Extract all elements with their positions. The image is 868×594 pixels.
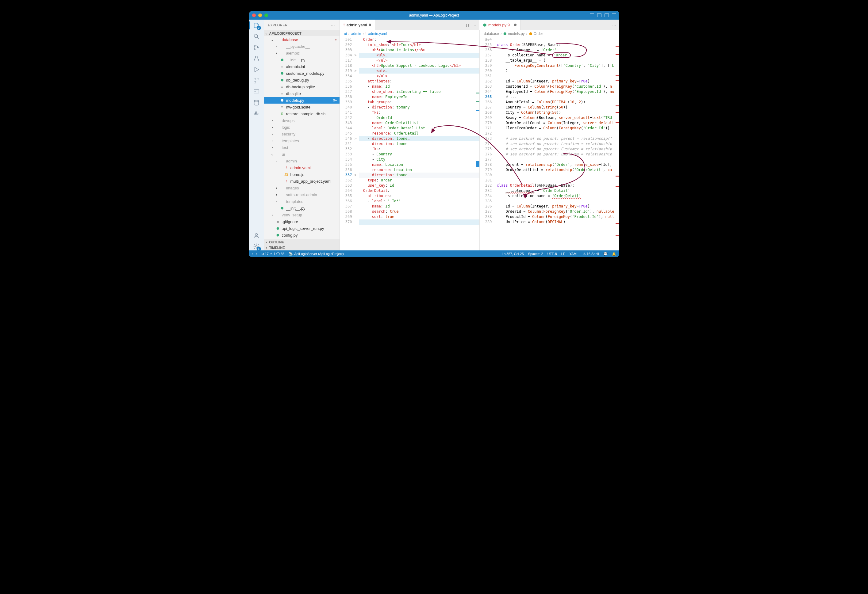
- layout-icon[interactable]: [612, 13, 616, 17]
- cursor-position[interactable]: Ln 357, Col 25: [502, 252, 524, 256]
- tab-bar-left: ! admin.yaml ⫿⫿ ⋯: [340, 20, 480, 30]
- svg-rect-4: [254, 78, 255, 80]
- more-icon[interactable]: ⋯: [612, 23, 616, 27]
- tree-node[interactable]: ⬢__init__.py: [264, 56, 340, 63]
- svg-point-0: [254, 34, 257, 38]
- bell-icon[interactable]: 🔔: [612, 252, 616, 256]
- panel-left-icon[interactable]: [590, 13, 594, 17]
- titlebar: admin.yaml — ApiLogicProject: [249, 11, 619, 20]
- breadcrumb-left[interactable]: ui› admin› ! admin.yaml: [340, 30, 480, 37]
- tree-node[interactable]: ›templates: [264, 198, 340, 205]
- modified-icon: [369, 24, 371, 26]
- account-icon[interactable]: [252, 231, 260, 239]
- run-icon[interactable]: [252, 66, 260, 74]
- database-icon[interactable]: [252, 99, 260, 107]
- code-editor-left[interactable]: 3013023033043173183193343353363373383393…: [340, 37, 480, 251]
- tree-node[interactable]: ›__pycache__: [264, 43, 340, 50]
- modified-icon: [514, 24, 517, 26]
- tree-node[interactable]: !multi_app_project.yaml: [264, 178, 340, 184]
- tree-node[interactable]: ⬢__init__.py: [264, 205, 340, 211]
- spell-indicator[interactable]: ⚠ 16 Spell: [583, 252, 599, 256]
- tree-node[interactable]: ›images: [264, 184, 340, 191]
- tab-models-py[interactable]: ⬢ models.py 9+: [480, 20, 521, 30]
- tree-node[interactable]: ›venv_setup: [264, 211, 340, 218]
- minimize-icon[interactable]: [258, 13, 262, 17]
- minimap-left[interactable]: [474, 37, 480, 251]
- file-tree[interactable]: ⌄database●›__pycache__›alembic⬢__init__.…: [264, 36, 340, 239]
- extensions-icon[interactable]: [252, 77, 260, 85]
- svg-point-2: [254, 49, 255, 50]
- tree-node[interactable]: ⬢api_logic_server_run.py: [264, 225, 340, 232]
- tree-node[interactable]: ≡nw-gold.sqlite: [264, 103, 340, 111]
- remote-indicator[interactable]: ⟷: [252, 252, 257, 256]
- breadcrumb-right[interactable]: database› ⬢models.py› ⬢Order: [480, 30, 619, 37]
- tree-node[interactable]: ›test: [264, 144, 340, 151]
- tree-node[interactable]: ⌄admin: [264, 158, 340, 164]
- split-icon[interactable]: ⫿⫿: [466, 23, 470, 27]
- editor-area: ! admin.yaml ⫿⫿ ⋯ ⬢ models.py 9+: [340, 20, 619, 251]
- tree-node[interactable]: ›safrs-react-admin: [264, 191, 340, 198]
- minimap-right[interactable]: [614, 37, 619, 251]
- docker-icon[interactable]: [252, 110, 260, 118]
- editor-right: database› ⬢models.py› ⬢Order 25425525625…: [480, 30, 619, 251]
- timeline-header[interactable]: ›TIMELINE: [264, 245, 340, 251]
- tree-node[interactable]: ⬢config.py: [264, 232, 340, 239]
- project-label: APILOGICPROJECT: [269, 32, 301, 35]
- tree-node[interactable]: ⬢db_debug.py: [264, 77, 340, 83]
- branch-indicator[interactable]: 📡 ApiLogicServer (ApiLogicProject): [289, 252, 344, 256]
- tree-node[interactable]: ≡db-backup.sqlite: [264, 83, 340, 90]
- more-icon[interactable]: ⋯: [472, 23, 476, 27]
- tree-node[interactable]: ⌄database●: [264, 36, 340, 43]
- eol-indicator[interactable]: LF: [561, 252, 565, 256]
- svg-rect-10: [254, 113, 255, 114]
- layout-controls: [590, 13, 616, 17]
- svg-point-8: [255, 91, 255, 91]
- yaml-icon: !: [344, 23, 345, 27]
- window-controls: [252, 13, 268, 17]
- more-icon[interactable]: ⋯: [331, 23, 335, 28]
- tree-node[interactable]: ⬢models.py9+: [264, 97, 340, 103]
- editor-left: ui› admin› ! admin.yaml 3013023033043173…: [340, 30, 480, 251]
- svg-rect-5: [257, 78, 258, 80]
- feedback-icon[interactable]: 💬: [603, 252, 608, 256]
- remote-icon[interactable]: [252, 88, 260, 96]
- tree-node[interactable]: ›logic: [264, 124, 340, 131]
- tab-bar-right: ⬢ models.py 9+ ⋯: [480, 20, 619, 30]
- language-indicator[interactable]: YAML: [570, 252, 579, 256]
- outline-header[interactable]: ›OUTLINE: [264, 239, 340, 245]
- tree-node[interactable]: ›security: [264, 131, 340, 137]
- settings-icon[interactable]: 1: [252, 242, 260, 251]
- timeline-label: TIMELINE: [269, 246, 285, 249]
- testing-icon[interactable]: [252, 55, 260, 62]
- activity-bar: 2 1: [249, 20, 264, 251]
- tree-node[interactable]: ◆.gitignore: [264, 218, 340, 225]
- tree-node[interactable]: ≡alembic.ini: [264, 63, 340, 70]
- source-control-icon[interactable]: [252, 44, 260, 52]
- tree-node[interactable]: ›devops: [264, 117, 340, 124]
- status-bar: ⟷ ⊘ 17 ⚠ 1 ⓘ 36 📡 ApiLogicServer (ApiLog…: [249, 251, 619, 257]
- tree-node[interactable]: ›templates: [264, 137, 340, 144]
- svg-point-9: [254, 100, 258, 102]
- window: admin.yaml — ApiLogicProject 2 1 EXPLORE…: [249, 11, 619, 257]
- panel-bottom-icon[interactable]: [597, 13, 601, 17]
- code-editor-right[interactable]: 2542552562572582592602612622632642652662…: [480, 37, 619, 251]
- tree-node[interactable]: ›alembic: [264, 50, 340, 56]
- svg-point-1: [254, 46, 255, 47]
- close-icon[interactable]: [252, 13, 256, 17]
- search-icon[interactable]: [252, 32, 260, 40]
- encoding-indicator[interactable]: UTF-8: [548, 252, 557, 256]
- tree-node[interactable]: !admin.yaml: [264, 164, 340, 171]
- panel-right-icon[interactable]: [605, 13, 609, 17]
- svg-point-14: [255, 234, 257, 236]
- tree-node[interactable]: $restore_sample_db.sh: [264, 111, 340, 117]
- indent-indicator[interactable]: Spaces: 2: [528, 252, 543, 256]
- tree-node[interactable]: ⌄ui: [264, 151, 340, 158]
- maximize-icon[interactable]: [264, 13, 268, 17]
- tree-node[interactable]: ⬢customize_models.py: [264, 70, 340, 77]
- project-header[interactable]: ⌄APILOGICPROJECT: [264, 30, 340, 36]
- problems-indicator[interactable]: ⊘ 17 ⚠ 1 ⓘ 36: [261, 252, 285, 256]
- tree-node[interactable]: JShome.js: [264, 171, 340, 178]
- tab-admin-yaml[interactable]: ! admin.yaml: [340, 20, 375, 30]
- tree-node[interactable]: ≡db.sqlite: [264, 90, 340, 97]
- explorer-icon[interactable]: 2: [252, 21, 260, 29]
